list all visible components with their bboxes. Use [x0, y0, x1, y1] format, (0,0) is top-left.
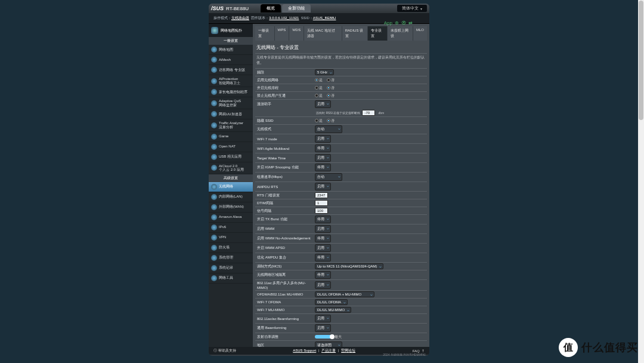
sidebar-icon — [211, 165, 217, 171]
dropdown[interactable]: 停用 — [315, 144, 331, 152]
ssid-link[interactable]: ASUS_BE88U — [313, 16, 336, 20]
sub-tab[interactable]: 专业设置 — [368, 26, 387, 41]
faq-link[interactable]: FAQ — [413, 349, 420, 353]
scroll-top-icon[interactable]: ⤒ — [422, 349, 425, 353]
dropdown[interactable]: Up to MCS 11 (NitroQAM/1024-QAM) — [315, 263, 383, 269]
sidebar-item[interactable]: Open NAT — [209, 142, 253, 152]
sidebar-item[interactable]: VPN — [209, 233, 253, 243]
setting-row: 开启 IGMP Snooping 功能停用 — [255, 162, 427, 172]
footer-link-forum[interactable]: 官网论坛 — [341, 349, 355, 352]
setting-label: 禁止无线用户互通 — [255, 93, 315, 99]
dropdown[interactable]: 启用 — [315, 315, 331, 322]
sub-tab[interactable]: 未授权上网设 — [388, 26, 413, 41]
sidebar-item[interactable]: 家长电脑控制程序 — [209, 87, 253, 97]
sub-tab[interactable]: 无线 MAC 地址过滤器 — [304, 26, 342, 41]
footer-link-register[interactable]: 产品注册 — [321, 349, 336, 352]
dropdown[interactable]: 启用 — [315, 154, 331, 162]
sidebar-item[interactable]: AiMesh — [209, 55, 253, 65]
fw-link[interactable]: 3.0.0.6.102_11921 — [269, 16, 299, 20]
sidebar-item[interactable]: 外部网络(WAN) — [209, 202, 253, 213]
app-label[interactable]: App — [384, 20, 392, 26]
page-scrollbar[interactable] — [638, 0, 644, 363]
dropdown[interactable]: 启用 — [315, 100, 331, 108]
dropdown[interactable]: DL/UL OFDMA — [315, 299, 348, 305]
tab-overview[interactable]: 概览 — [261, 4, 281, 13]
radio-option[interactable]: 是 — [315, 93, 323, 99]
sidebar-item[interactable]: 无线网络 — [209, 182, 253, 192]
sidebar-item[interactable]: 网易UU加速器 — [209, 109, 253, 119]
radio-option[interactable]: 否 — [327, 118, 335, 124]
dropdown[interactable]: 停用 — [315, 235, 331, 242]
radio-option[interactable]: 是 — [315, 85, 323, 91]
dropdown[interactable]: 自动 — [315, 173, 342, 181]
sub-tabs: 一般设置WPSWDS无线 MAC 地址过滤器RADIUS 设置专业设置未授权上网… — [255, 26, 427, 41]
dropdown[interactable]: 启用 — [315, 324, 331, 332]
sidebar-item[interactable]: AiCloud 2.0个人云 2.0 应用 — [209, 162, 253, 174]
dropdown[interactable]: 停用 — [315, 271, 331, 279]
radio-option[interactable]: 是 — [315, 78, 323, 83]
dropdown[interactable]: 启用 — [315, 135, 331, 143]
signal-icon[interactable]: ⇄ — [408, 20, 413, 26]
slider[interactable] — [315, 335, 333, 339]
scrollbar-thumb[interactable] — [639, 1, 643, 120]
model-label: RT-BE88U — [226, 6, 249, 11]
sidebar-item[interactable]: Traffic Analyzer流量分析 — [209, 119, 253, 131]
mode-link[interactable]: 无线路由器 — [231, 16, 249, 20]
dropdown[interactable]: 启用 — [315, 281, 331, 289]
sidebar-icon — [211, 275, 217, 281]
dropdown[interactable]: 启用 — [315, 244, 331, 252]
sidebar-item[interactable]: 防火墙 — [209, 243, 253, 253]
language-selector[interactable]: 简体中文▾ — [397, 5, 427, 12]
globe-icon[interactable]: ⊕ — [395, 20, 399, 26]
text-input[interactable]: 1 — [315, 200, 328, 206]
radio-option[interactable]: 是 — [315, 118, 323, 124]
setting-label: 优化 AMPDU 集合 — [255, 255, 315, 260]
sidebar-item[interactable]: 访客网络 专业版 — [209, 65, 253, 75]
sidebar-item[interactable]: USB 相关应用 — [209, 152, 253, 162]
sub-tab[interactable]: WPS — [275, 26, 289, 41]
setting-label: 组播速率(Mbps) — [255, 174, 315, 180]
sidebar-item[interactable]: IPv6 — [209, 223, 253, 233]
wifi-icon[interactable]: ⦿ — [401, 20, 406, 26]
dropdown[interactable]: 启用 — [315, 183, 331, 190]
dropdown[interactable]: 自动 — [315, 125, 342, 133]
sub-tab[interactable]: MLO — [413, 26, 427, 41]
sidebar-item[interactable]: 系统记录 — [209, 263, 253, 273]
dropdown[interactable]: 停用 — [315, 216, 331, 223]
sub-tab[interactable]: 一般设置 — [255, 26, 274, 41]
netmap-header[interactable]: 网络地图拓扑 — [209, 24, 253, 37]
setting-label: 开启无线排程 — [255, 85, 315, 91]
text-input[interactable]: 2347 — [315, 192, 328, 198]
dropdown[interactable]: 停用 — [315, 254, 331, 262]
sidebar-item[interactable]: AiProtection智能网络卫士 — [209, 75, 253, 87]
sub-tab[interactable]: WDS — [289, 26, 304, 41]
footer-link-support[interactable]: ASUS Support — [293, 349, 316, 352]
dropdown[interactable]: DL/UL OFDMA + MU-MIMO — [315, 291, 374, 297]
text-input[interactable]: 100 — [315, 208, 328, 214]
panel-description: 无线专业设置提供无线网络频率传输方面的设置，若您没有特殊设定的需求，建议采用此页… — [255, 53, 427, 67]
sidebar-icon — [211, 78, 217, 84]
setting-row: 802.11ac 多用户多入多出(MU-MIMO)启用 — [255, 279, 427, 290]
sub-tab[interactable]: RADIUS 设置 — [342, 26, 368, 41]
radio-option[interactable]: 否 — [327, 85, 335, 91]
tab-new-features[interactable]: 全新功能 — [282, 4, 311, 13]
dropdown[interactable]: DL/UL MU-MIMO — [315, 307, 351, 313]
radio-option[interactable]: 否 — [327, 78, 335, 83]
help-label[interactable]: 帮助及支持 — [218, 348, 236, 353]
sidebar-item[interactable]: Amazon Alexa — [209, 213, 253, 223]
inline-input[interactable]: -70 — [362, 110, 375, 116]
dropdown[interactable]: 5 GHz — [315, 69, 334, 75]
sidebar-item[interactable]: Adaptive QoS网络监控家 — [209, 97, 253, 109]
sidebar-item[interactable]: 内部网络(LAN) — [209, 192, 253, 202]
sidebar-item[interactable]: 系统管理 — [209, 253, 253, 263]
setting-label: AMPDU RTS — [255, 185, 315, 189]
radio-option[interactable]: 否 — [327, 93, 335, 99]
radio-icon — [315, 78, 318, 82]
sidebar-item[interactable]: 网络地图 — [209, 45, 253, 55]
dropdown[interactable]: 停用 — [315, 164, 331, 171]
sidebar-item[interactable]: Game — [209, 132, 253, 142]
dropdown[interactable]: 启用 — [315, 225, 331, 233]
router-admin-window: /SUS RT-BE88U 概览 全新功能 简体中文▾ 操作模式：无线路由器 固… — [209, 4, 429, 356]
sidebar-icon — [211, 245, 217, 251]
sidebar-item[interactable]: 网络工具 — [209, 273, 253, 284]
